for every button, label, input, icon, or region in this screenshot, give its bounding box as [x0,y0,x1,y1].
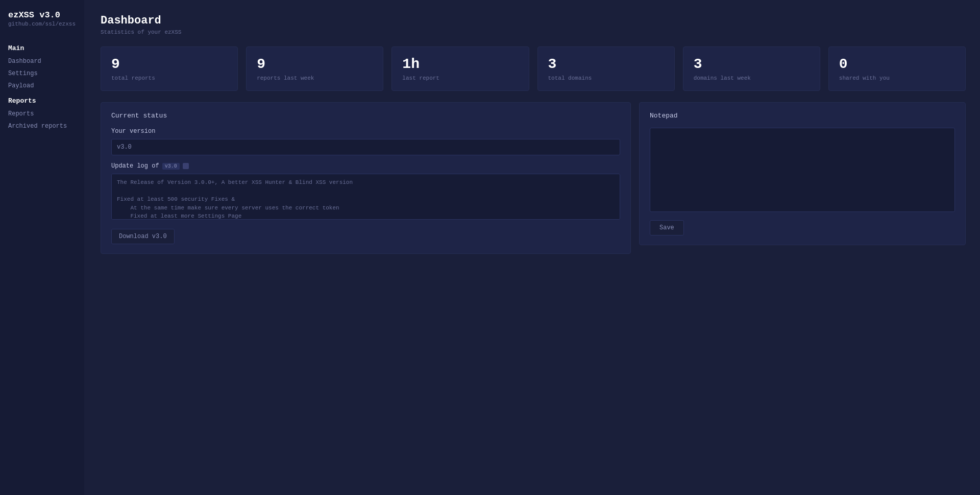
stat-value-last-report: 1h [402,56,518,72]
stats-row: 9 total reports 9 reports last week 1h l… [101,46,966,91]
sidebar: ezXSS v3.0 github.com/ssl/ezxss Main Das… [0,0,84,495]
current-status-panel: Current status Your version Update log o… [101,102,631,254]
update-log-textarea[interactable]: The Release of Version 3.0.0+, A better … [111,174,620,220]
stat-value-reports-last-week: 9 [257,56,373,72]
version-label: Your version [111,128,620,135]
app-name: ezXSS v3.0 [8,10,76,20]
download-button[interactable]: Download v3.0 [111,229,175,244]
sidebar-item-archived-reports[interactable]: Archived reports [0,120,84,132]
stat-value-total-domains: 3 [548,56,664,72]
notepad-panel: Notepad Save [639,102,966,245]
stat-label-reports-last-week: reports last week [257,75,373,81]
main-content: Dashboard Statistics of your ezXSS 9 tot… [84,0,980,495]
stat-card-last-report: 1h last report [391,46,529,91]
stat-card-total-reports: 9 total reports [101,46,238,91]
stat-card-total-domains: 3 total domains [537,46,675,91]
notepad-textarea[interactable] [650,128,955,212]
sidebar-item-dashboard[interactable]: Dashboard [0,55,84,67]
page-subtitle: Statistics of your ezXSS [101,29,966,35]
sidebar-section-main: Main [0,39,84,55]
sidebar-item-payload[interactable]: Payload [0,80,84,92]
update-log-label: Update log of v3.0 [111,162,620,170]
app-repo: github.com/ssl/ezxss [8,21,76,27]
badge-icon [183,163,189,169]
stat-card-domains-last-week: 3 domains last week [683,46,820,91]
stat-label-shared-with-you: shared with you [839,75,955,81]
bottom-panels: Current status Your version Update log o… [101,102,966,254]
stat-label-last-report: last report [402,75,518,81]
stat-value-total-reports: 9 [111,56,227,72]
stat-label-total-reports: total reports [111,75,227,81]
stat-value-domains-last-week: 3 [694,56,810,72]
stat-card-reports-last-week: 9 reports last week [246,46,383,91]
save-button[interactable]: Save [650,220,684,235]
stat-label-total-domains: total domains [548,75,664,81]
sidebar-section-reports: Reports [0,92,84,108]
page-title: Dashboard [101,14,966,27]
app-title: ezXSS v3.0 github.com/ssl/ezxss [0,10,84,39]
version-badge: v3.0 [162,163,180,170]
sidebar-item-settings[interactable]: Settings [0,67,84,80]
current-status-title: Current status [111,112,620,120]
stat-label-domains-last-week: domains last week [694,75,810,81]
notepad-title: Notepad [650,112,955,120]
version-input[interactable] [111,139,620,155]
stat-value-shared-with-you: 0 [839,56,955,72]
stat-card-shared-with-you: 0 shared with you [828,46,966,91]
sidebar-item-reports[interactable]: Reports [0,108,84,120]
